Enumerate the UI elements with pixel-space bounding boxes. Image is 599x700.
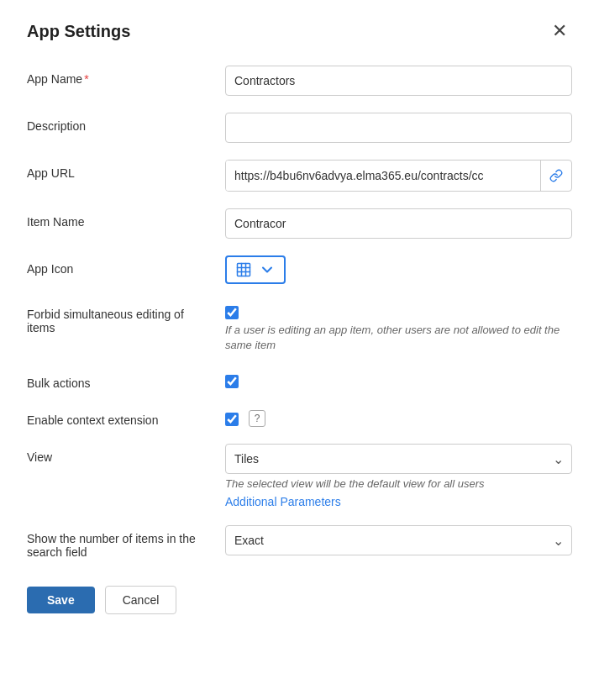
app-icon-select-button[interactable] xyxy=(225,255,286,284)
view-label: View xyxy=(27,444,212,464)
forbid-edit-hint: If a user is editing an app item, other … xyxy=(225,323,572,353)
required-star: * xyxy=(84,72,88,86)
cancel-button[interactable]: Cancel xyxy=(105,586,177,614)
item-name-input[interactable] xyxy=(225,208,572,239)
save-button[interactable]: Save xyxy=(27,587,95,613)
context-ext-checkbox[interactable] xyxy=(225,413,239,426)
view-select-wrapper: Tiles List Calendar xyxy=(225,444,572,474)
bulk-actions-checkbox[interactable] xyxy=(225,375,239,388)
bulk-actions-row: Bulk actions xyxy=(27,370,572,390)
context-ext-row: Enable context extension ? xyxy=(27,407,572,427)
bulk-actions-label: Bulk actions xyxy=(27,370,212,390)
bulk-actions-control xyxy=(225,370,239,388)
link-icon xyxy=(549,169,563,182)
app-url-input[interactable] xyxy=(226,161,540,191)
description-input[interactable] xyxy=(225,113,572,143)
show-items-label: Show the number of items in the search f… xyxy=(27,525,212,559)
building-icon xyxy=(235,261,252,278)
app-settings-modal: App Settings ✕ App Name* Description App… xyxy=(0,0,599,700)
show-items-select-wrapper: Exact Approximate None xyxy=(225,525,572,555)
view-row: View Tiles List Calendar The selected vi… xyxy=(27,444,572,508)
show-items-select[interactable]: Exact Approximate None xyxy=(225,525,572,555)
close-button[interactable]: ✕ xyxy=(547,20,572,42)
forbid-edit-checkbox[interactable] xyxy=(225,306,239,319)
app-url-label: App URL xyxy=(27,160,212,180)
url-wrapper xyxy=(225,160,572,192)
context-ext-control: ? xyxy=(225,407,265,427)
url-link-button[interactable] xyxy=(540,161,571,191)
app-name-row: App Name* xyxy=(27,66,572,96)
description-label: Description xyxy=(27,113,212,133)
context-ext-help-icon[interactable]: ? xyxy=(249,410,265,427)
additional-parameters-link[interactable]: Additional Parameters xyxy=(225,495,572,508)
app-icon-label: App Icon xyxy=(27,255,212,276)
app-name-input[interactable] xyxy=(225,66,572,96)
svg-rect-0 xyxy=(238,264,250,276)
view-select[interactable]: Tiles List Calendar xyxy=(225,444,572,474)
show-items-row: Show the number of items in the search f… xyxy=(27,525,572,559)
app-icon-control xyxy=(225,255,286,284)
form-actions: Save Cancel xyxy=(27,586,572,614)
forbid-edit-checkbox-row xyxy=(225,301,572,319)
modal-title: App Settings xyxy=(27,22,130,41)
description-row: Description xyxy=(27,113,572,143)
forbid-edit-label: Forbid simultaneous editing of items xyxy=(27,301,212,334)
item-name-label: Item Name xyxy=(27,208,212,229)
forbid-edit-row: Forbid simultaneous editing of items If … xyxy=(27,301,572,353)
app-icon-row: App Icon xyxy=(27,255,572,284)
chevron-down-icon xyxy=(259,261,276,278)
item-name-row: Item Name xyxy=(27,208,572,239)
view-col: Tiles List Calendar The selected view wi… xyxy=(225,444,572,508)
context-ext-label: Enable context extension xyxy=(27,407,212,427)
modal-header: App Settings ✕ xyxy=(27,20,572,42)
view-hint: The selected view will be the default vi… xyxy=(225,477,572,490)
forbid-edit-control: If a user is editing an app item, other … xyxy=(225,301,572,353)
app-url-row: App URL xyxy=(27,160,572,192)
app-name-label: App Name* xyxy=(27,66,212,86)
